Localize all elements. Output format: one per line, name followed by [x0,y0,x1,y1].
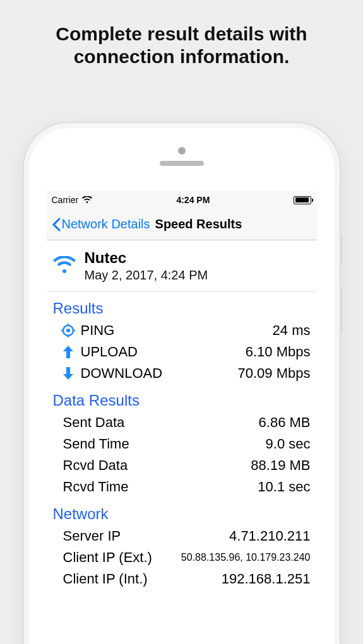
network-header: Nutec May 2, 2017, 4:24 PM [47,240,317,292]
sent-data-value: 6.86 MB [259,414,311,431]
client-ip-int-label: Client IP (Int.) [63,571,148,587]
section-results-title: Results [47,292,317,320]
network-row-server-ip: Server IP 4.71.210.211 [47,525,317,547]
client-ip-ext-label: Client IP (Ext.) [63,549,152,566]
result-row-download: DOWNLOAD 70.09 Mbps [47,363,317,384]
server-ip-value: 4.71.210.211 [229,528,310,544]
send-time-value: 9.0 sec [266,436,311,452]
phone-bezel: Carrier 4:24 PM Network Details Speed Re… [29,128,335,644]
phone-side-button [340,237,343,265]
sent-data-label: Sent Data [63,414,125,431]
arrow-down-icon [59,366,77,381]
download-label: DOWNLOAD [81,365,163,382]
data-row-rcvd-data: Rcvd Data 88.19 MB [47,455,317,476]
network-timestamp: May 2, 2017, 4:24 PM [85,268,208,283]
target-icon [59,324,77,337]
rcvd-time-label: Rcvd Time [63,479,129,495]
promo-line2: connection information. [13,45,350,68]
phone-frame: Carrier 4:24 PM Network Details Speed Re… [24,123,340,644]
ping-label: PING [81,322,115,339]
download-value: 70.09 Mbps [238,365,311,382]
svg-point-1 [66,329,70,332]
server-ip-label: Server IP [63,528,121,544]
arrow-up-icon [59,344,77,360]
section-network-title: Network [47,498,317,525]
client-ip-int-value: 192.168.1.251 [222,571,311,587]
data-row-send-time: Send Time 9.0 sec [47,433,317,455]
result-row-upload: UPLOAD 6.10 Mbps [47,341,317,363]
network-name: Nutec [85,249,208,267]
section-data-results-title: Data Results [47,384,317,412]
phone-speaker [160,161,204,166]
network-row-client-ip-int: Client IP (Int.) 192.168.1.251 [47,568,317,590]
wifi-icon [53,256,76,276]
data-row-rcvd-time: Rcvd Time 10.1 sec [47,476,317,498]
rcvd-data-label: Rcvd Data [63,457,128,474]
result-row-ping: PING 24 ms [47,320,317,341]
phone-side-button [340,287,343,331]
page-title: Speed Results [155,217,242,231]
phone-screen: Carrier 4:24 PM Network Details Speed Re… [47,191,317,644]
upload-value: 6.10 Mbps [246,344,311,360]
promo-caption: Complete result details with connection … [0,0,363,68]
send-time-label: Send Time [63,436,129,452]
battery-icon [294,196,311,204]
status-clock: 4:24 PM [176,195,210,205]
nav-bar: Network Details Speed Results [47,209,317,240]
data-row-sent-data: Sent Data 6.86 MB [47,412,317,433]
wifi-icon [82,196,92,204]
back-button[interactable]: Network Details [52,217,150,231]
rcvd-data-value: 88.19 MB [251,457,310,474]
phone-camera [178,147,186,155]
upload-label: UPLOAD [81,344,138,360]
status-bar: Carrier 4:24 PM [47,191,317,209]
back-label: Network Details [62,217,150,231]
content-area: Nutec May 2, 2017, 4:24 PM Results PING … [47,240,317,590]
rcvd-time-value: 10.1 sec [258,479,310,495]
ping-value: 24 ms [273,322,311,339]
status-carrier: Carrier [52,195,79,205]
promo-line1: Complete result details with [13,23,350,45]
chevron-left-icon [52,218,61,231]
client-ip-ext-value: 50.88.135.96, 10.179.23.240 [181,552,311,563]
network-row-client-ip-ext: Client IP (Ext.) 50.88.135.96, 10.179.23… [47,547,317,568]
